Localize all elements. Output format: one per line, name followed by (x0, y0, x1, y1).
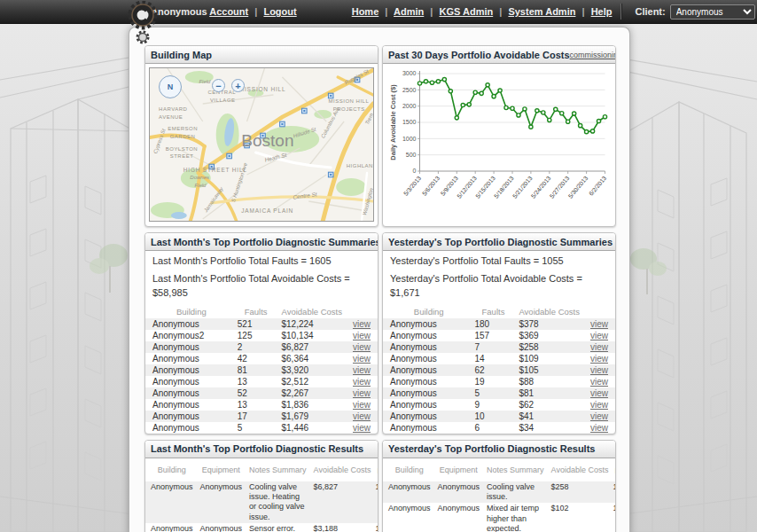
faults-cell: 5 (472, 387, 516, 399)
chart-panel-title: Past 30 Days Portfolio Avoidable Costs (388, 50, 570, 60)
map-label: BOYLSTON (166, 146, 199, 152)
summary-row: Anonymous19$88view (383, 376, 615, 387)
view-link[interactable]: view (353, 365, 371, 375)
building-cell: Anonymous (145, 399, 234, 411)
view-link[interactable]: view (353, 331, 371, 340)
map-label: MISSION HILL (239, 87, 286, 93)
map-label: Trem (364, 113, 374, 126)
table-head: Building Equipment Notes Summary Avoidab… (383, 460, 616, 481)
view-link[interactable]: view (590, 331, 608, 340)
view-link[interactable]: view (353, 319, 371, 329)
result-row: AnonymousAnonymousCooling valve issue. H… (145, 481, 378, 523)
last-month-summary-table: Building Faults Avoidable Costs Anonymou… (145, 306, 378, 434)
client-select[interactable]: Anonymous (670, 4, 755, 20)
view-link[interactable]: view (590, 388, 608, 398)
map-zoom-out-button[interactable]: − (212, 79, 225, 92)
data-point-marker (535, 109, 539, 113)
yesterday-summaries-header: Yesterday's Top Portfolio Diagnostic Sum… (383, 233, 615, 251)
y-tick-label: 1000 (402, 136, 417, 142)
view-link[interactable]: view (353, 411, 371, 421)
e-cell: 10 (374, 523, 378, 532)
compass-control[interactable]: N (159, 75, 182, 98)
map-label: Downes (190, 175, 209, 180)
building-cell: Anonymous (383, 399, 472, 411)
data-point-marker (511, 106, 514, 110)
view-link[interactable]: view (590, 400, 608, 410)
faults-cell: 2 (234, 341, 278, 353)
map-label: Washington (362, 188, 374, 216)
notes-summary-cell: Cooling valve issue. (483, 481, 548, 504)
nav-link-system-admin[interactable]: System Admin (508, 6, 575, 17)
column-header-faults: Faults (234, 306, 278, 318)
separator: | (430, 6, 433, 17)
view-link[interactable]: view (590, 319, 608, 329)
view-link[interactable]: view (353, 354, 371, 364)
view-link[interactable]: view (590, 411, 608, 421)
view-link[interactable]: view (590, 354, 608, 364)
account-group: Anonymous Account | Logout (151, 6, 297, 17)
header-row: Building Faults Avoidable Costs (145, 306, 378, 318)
table-body: Anonymous180$378viewAnonymous157$369view… (383, 318, 615, 434)
building-map-panel: Building Map (144, 45, 378, 227)
account-link[interactable]: Account (209, 6, 248, 17)
nav-link-admin[interactable]: Admin (394, 6, 424, 17)
faults-cell: 7 (472, 341, 516, 353)
building-cell: Anonymous (145, 318, 234, 330)
view-link[interactable]: view (353, 423, 371, 433)
view-cell: view (346, 387, 378, 399)
summary-row: Anonymous157$369view (383, 330, 615, 341)
data-point-marker (560, 112, 564, 115)
summary-row: Anonymous14$109view (383, 353, 615, 364)
map-labels: HARVARDAVENUEFieldCENTRALVILLAGEMISSION … (150, 68, 373, 221)
e-cell: 10 (374, 481, 378, 523)
view-cell: view (346, 399, 378, 411)
faults-cell: 62 (472, 364, 516, 376)
header-row: Building Equipment Notes Summary Avoidab… (145, 460, 378, 481)
view-link[interactable]: view (353, 342, 371, 352)
equipment-cell: Anonymous (434, 481, 484, 504)
plus-icon: + (235, 81, 240, 91)
yesterday-totals: Yesterday's Portfolio Total Faults = 105… (383, 251, 615, 304)
commissioning-dashboard-link[interactable]: commissioning dashboard (570, 51, 616, 59)
nav-link-help[interactable]: Help (591, 6, 613, 17)
view-cell: view (583, 422, 615, 434)
avoidable-costs-cell: $1,679 (278, 411, 346, 422)
avoidable-costs-cell: $3,920 (278, 364, 346, 376)
notes-summary-cell: Mixed air temp higher than expected. Eco… (483, 503, 548, 532)
view-link[interactable]: view (590, 365, 608, 375)
equipment-cell: Anonymous (197, 481, 246, 523)
faults-cell: 180 (472, 318, 516, 330)
view-link[interactable]: view (590, 342, 608, 352)
faults-cell: 521 (234, 318, 278, 330)
faults-cell: 5 (234, 422, 278, 434)
nav-link-home[interactable]: Home (352, 6, 379, 17)
column-header-building: Building (383, 306, 472, 318)
view-link[interactable]: view (353, 400, 371, 410)
avoidable-costs-cell: $105 (515, 364, 582, 376)
faults-cell: 52 (234, 387, 278, 399)
summary-row: Anonymous62$105view (383, 364, 615, 376)
building-cell: Anonymous (383, 330, 472, 341)
nav-link-kgs-admin[interactable]: KGS Admin (439, 6, 493, 17)
view-link[interactable]: view (353, 388, 371, 398)
data-point-marker (603, 115, 606, 119)
data-point-marker (455, 116, 458, 120)
summary-row: Anonymous5$1,446view (145, 422, 378, 434)
view-cell: view (346, 422, 378, 434)
view-link[interactable]: view (353, 377, 371, 387)
building-map-header: Building Map (145, 46, 378, 64)
building-map-title: Building Map (151, 50, 212, 60)
map-zoom-in-button[interactable]: + (231, 79, 245, 92)
logout-link[interactable]: Logout (263, 6, 296, 17)
map-canvas[interactable]: HARVARDAVENUEFieldCENTRALVILLAGEMISSION … (149, 67, 374, 222)
view-link[interactable]: view (590, 377, 608, 387)
avoidable-costs-cell: $3,188 (310, 523, 375, 532)
last-month-summaries-panel: Last Month's Top Portfolio Diagnostic Su… (144, 232, 378, 434)
view-cell: view (583, 353, 615, 364)
avoidable-costs-line-chart: 050010001500200025003000Daily Avoidable … (385, 66, 613, 223)
chart-body: 050010001500200025003000Daily Avoidable … (383, 64, 615, 226)
total-faults-line: Last Month's Portfolio Total Faults = 16… (145, 251, 378, 269)
building-cell: Anonymous (383, 503, 434, 532)
view-link[interactable]: view (590, 423, 608, 433)
data-point-marker (548, 118, 551, 121)
